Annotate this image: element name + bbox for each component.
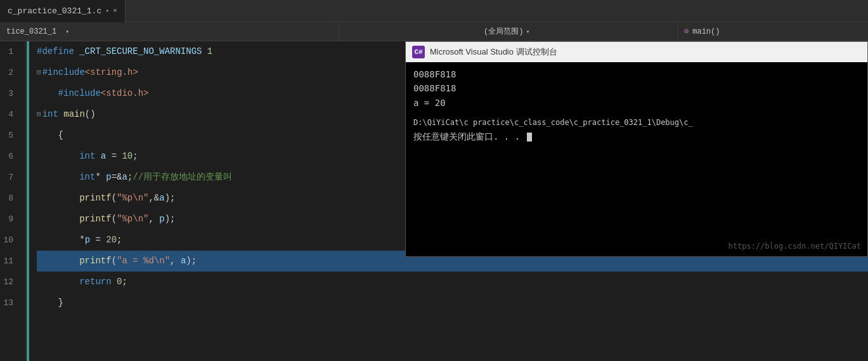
line-numbers: 1 2 3 4 5 6 7 8 9 10 11 12 13 bbox=[0, 41, 25, 361]
console-window: C# Microsoft Visual Studio 调试控制台 0088F81… bbox=[405, 41, 868, 257]
console-path-text: D:\QiYiCat\c practice\c_class_code\c_pra… bbox=[413, 118, 693, 127]
function-icon: ⊙ bbox=[684, 27, 689, 36]
code-line-13: } bbox=[37, 292, 868, 313]
line-num-2: 2 bbox=[0, 62, 18, 83]
console-press-text: 按任意键关闭此窗口. . . bbox=[413, 131, 520, 141]
nav-bar: tice_0321_1 ▾ (全局范围) ▾ ⊙ main() bbox=[0, 22, 868, 41]
line-num-5: 5 bbox=[0, 125, 18, 146]
line-num-13: 13 bbox=[0, 292, 18, 313]
nav-func-text: main() bbox=[692, 27, 720, 36]
green-indicator-bar bbox=[27, 41, 29, 361]
watermark: https://blog.csdn.net/QIYICat bbox=[728, 240, 861, 253]
nav-func-section[interactable]: ⊙ main() bbox=[678, 22, 868, 41]
line-num-12: 12 bbox=[0, 272, 18, 292]
nav-scope-section[interactable]: (全局范围) ▾ bbox=[339, 22, 678, 41]
console-line-3: a = 20 bbox=[413, 96, 860, 110]
console-line-2: 0088F818 bbox=[413, 81, 860, 95]
line-num-10: 10 bbox=[0, 230, 18, 251]
left-gutter bbox=[25, 41, 30, 361]
cursor-blink bbox=[527, 133, 532, 141]
nav-file-path: tice_0321_1 bbox=[0, 27, 63, 36]
console-line-1: 0088F818 bbox=[413, 67, 860, 81]
line-num-11: 11 bbox=[0, 251, 18, 272]
console-app-icon: C# bbox=[412, 46, 425, 58]
tab-modified-icon: ▪ bbox=[105, 8, 109, 15]
nav-scope-text: (全局范围) bbox=[484, 26, 523, 37]
tab-item[interactable]: c_practice_0321_1.c ▪ × bbox=[0, 0, 126, 22]
line-num-6: 6 bbox=[0, 146, 18, 167]
collapse-icon-2[interactable]: ⊟ bbox=[37, 62, 41, 83]
console-press-line: 按任意键关闭此窗口. . . bbox=[413, 129, 860, 143]
line-num-3: 3 bbox=[0, 83, 18, 104]
tab-bar: c_practice_0321_1.c ▪ × bbox=[0, 0, 868, 22]
line-num-1: 1 bbox=[0, 41, 18, 62]
console-body: 0088F818 0088F818 a = 20 D:\QiYiCat\c pr… bbox=[406, 62, 867, 256]
nav-middle-arrow[interactable]: ▾ bbox=[523, 28, 532, 36]
nav-left-section[interactable]: tice_0321_1 ▾ bbox=[0, 22, 339, 41]
code-line-12: return 0 ; bbox=[37, 272, 868, 292]
editor-area: 1 2 3 4 5 6 7 8 9 10 11 12 13 #define _C… bbox=[0, 41, 868, 361]
line-num-8: 8 bbox=[0, 188, 18, 209]
collapse-icon-4[interactable]: ⊟ bbox=[37, 104, 41, 125]
nav-left-arrow[interactable]: ▾ bbox=[63, 28, 72, 36]
console-title-text: Microsoft Visual Studio 调试控制台 bbox=[430, 46, 557, 58]
line-num-4: 4 bbox=[0, 104, 18, 125]
line-num-7: 7 bbox=[0, 167, 18, 188]
tab-close-button[interactable]: × bbox=[113, 7, 117, 15]
tab-filename: c_practice_0321_1.c bbox=[8, 6, 101, 16]
console-title-bar: C# Microsoft Visual Studio 调试控制台 bbox=[406, 42, 867, 62]
line-num-9: 9 bbox=[0, 209, 18, 230]
console-path-line: D:\QiYiCat\c practice\c_class_code\c_pra… bbox=[413, 115, 860, 129]
